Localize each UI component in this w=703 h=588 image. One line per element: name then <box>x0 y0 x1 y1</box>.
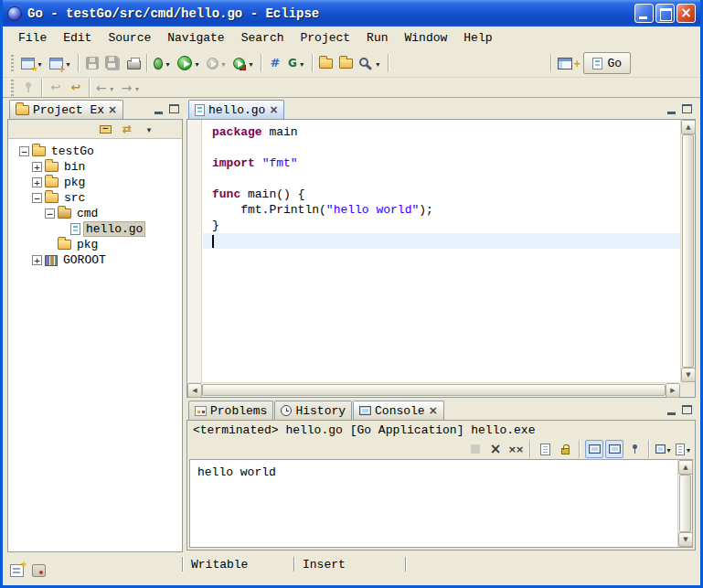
expand-toggle-icon[interactable] <box>32 162 42 172</box>
dropdown-icon[interactable] <box>666 443 672 456</box>
collapse-toggle-icon[interactable] <box>32 193 42 203</box>
editor-vertical-scrollbar[interactable] <box>680 120 695 382</box>
code-line-2[interactable] <box>203 140 680 155</box>
scrollbar-thumb[interactable] <box>679 475 691 532</box>
open-console-button[interactable] <box>675 440 693 458</box>
expand-toggle-icon[interactable] <box>32 177 42 187</box>
tab-problems[interactable]: Problems <box>188 401 273 420</box>
go-generate-button[interactable] <box>285 52 309 74</box>
new-go-element-button[interactable] <box>265 52 285 74</box>
search-button[interactable] <box>357 52 385 74</box>
close-tab-icon[interactable] <box>269 103 278 117</box>
maximize-view-icon[interactable] <box>682 405 692 414</box>
maximize-button[interactable] <box>655 4 675 23</box>
dropdown-icon[interactable] <box>247 57 255 70</box>
menu-window[interactable]: Window <box>397 29 456 47</box>
tab-history[interactable]: History <box>274 401 352 420</box>
minimize-view-icon[interactable] <box>667 112 676 114</box>
tree-item-testgo[interactable]: testGo <box>8 144 182 159</box>
new-wizard-button[interactable] <box>18 52 47 74</box>
tab-project-explorer[interactable]: Project Ex <box>9 100 123 119</box>
debug-button[interactable] <box>151 52 175 74</box>
console-scrollbar[interactable] <box>677 460 692 547</box>
code-line-3[interactable]: import "fmt" <box>203 155 680 171</box>
toolbar-grip[interactable] <box>10 55 15 71</box>
view-menu-button[interactable] <box>140 120 158 138</box>
tree-item-cmd[interactable]: cmd <box>8 206 182 221</box>
titlebar[interactable]: Go - testGo/src/cmd/hello.go - Eclipse <box>3 0 700 27</box>
code-line-7[interactable]: } <box>203 218 680 233</box>
annotation-ruler[interactable] <box>187 120 202 382</box>
save-all-button[interactable] <box>102 52 123 74</box>
dropdown-icon[interactable] <box>193 57 201 70</box>
dropdown-icon[interactable] <box>108 81 116 95</box>
expand-toggle-icon[interactable] <box>32 255 42 265</box>
dropdown-icon[interactable] <box>298 57 306 70</box>
link-with-editor-button[interactable] <box>118 120 136 138</box>
export-folder-button[interactable] <box>336 52 357 74</box>
fast-view-icon[interactable] <box>10 564 24 577</box>
console-output[interactable]: hello world <box>189 459 693 548</box>
minimize-view-icon[interactable] <box>667 412 676 415</box>
scroll-left-icon[interactable] <box>187 383 202 398</box>
tree-item-src[interactable]: src <box>8 190 182 206</box>
back-button[interactable] <box>93 77 119 99</box>
last-edit-location-button[interactable] <box>66 77 86 99</box>
external-tools-button[interactable] <box>230 52 258 74</box>
code-line-1[interactable]: package main <box>203 124 680 140</box>
scroll-up-icon[interactable] <box>681 120 696 134</box>
close-tab-icon[interactable] <box>108 103 117 117</box>
scroll-right-icon[interactable] <box>666 383 680 398</box>
remove-all-launches-button[interactable] <box>506 440 525 458</box>
show-stdout-button[interactable] <box>585 440 603 458</box>
display-selected-console-button[interactable] <box>655 440 673 458</box>
close-button[interactable] <box>676 4 696 23</box>
minimize-button[interactable] <box>634 4 654 23</box>
run-last-button[interactable] <box>204 52 230 74</box>
code-editor[interactable]: package main import "fmt" func main() { … <box>203 120 680 382</box>
close-tab-icon[interactable] <box>429 404 438 418</box>
scroll-down-icon[interactable] <box>678 532 693 547</box>
toolbar-grip[interactable] <box>10 80 15 96</box>
tree-item-hello-go[interactable]: hello.go <box>8 221 182 237</box>
scroll-down-icon[interactable] <box>681 368 696 382</box>
show-stderr-button[interactable] <box>605 440 623 458</box>
collapse-all-button[interactable] <box>96 120 114 138</box>
menu-navigate[interactable]: Navigate <box>159 29 232 47</box>
tree-item-pkg[interactable]: pkg <box>8 175 182 190</box>
maximize-view-icon[interactable] <box>682 104 692 113</box>
menu-run[interactable]: Run <box>358 29 396 47</box>
forward-button[interactable] <box>119 77 144 99</box>
undo-move-button[interactable] <box>46 77 66 99</box>
tree-item-src-pkg[interactable]: pkg <box>8 237 182 252</box>
collapse-toggle-icon[interactable] <box>19 146 29 156</box>
dropdown-icon[interactable] <box>164 57 172 70</box>
dropdown-icon[interactable] <box>133 81 141 95</box>
collapse-toggle-icon[interactable] <box>45 208 55 219</box>
trim-status-icon[interactable] <box>32 564 46 577</box>
minimize-view-icon[interactable] <box>154 112 163 114</box>
pin-console-button[interactable] <box>625 440 644 458</box>
editor-horizontal-scrollbar[interactable] <box>187 382 680 397</box>
run-button[interactable] <box>175 52 204 74</box>
open-perspective-button[interactable] <box>555 52 583 74</box>
tree-item-bin[interactable]: bin <box>8 159 182 175</box>
menu-project[interactable]: Project <box>292 29 358 47</box>
tab-hello-go[interactable]: hello.go <box>188 100 284 119</box>
dropdown-icon[interactable] <box>685 443 692 456</box>
print-button[interactable] <box>123 52 144 74</box>
import-folder-button[interactable] <box>316 52 336 74</box>
maximize-view-icon[interactable] <box>169 104 179 113</box>
scrollbar-thumb[interactable] <box>202 384 666 396</box>
tab-console[interactable]: Console <box>353 401 444 420</box>
scrollbar-thumb[interactable] <box>682 134 694 368</box>
remove-launch-button[interactable] <box>486 440 505 458</box>
menu-edit[interactable]: Edit <box>55 29 100 47</box>
code-line-6[interactable]: fmt.Println("hello world"); <box>203 202 680 218</box>
save-button[interactable] <box>82 52 102 74</box>
pin-editor-button[interactable] <box>18 77 38 99</box>
current-line[interactable] <box>203 233 680 249</box>
menu-source[interactable]: Source <box>100 29 159 47</box>
clear-console-button[interactable] <box>536 440 554 458</box>
code-line-5[interactable]: func main() { <box>203 187 680 202</box>
